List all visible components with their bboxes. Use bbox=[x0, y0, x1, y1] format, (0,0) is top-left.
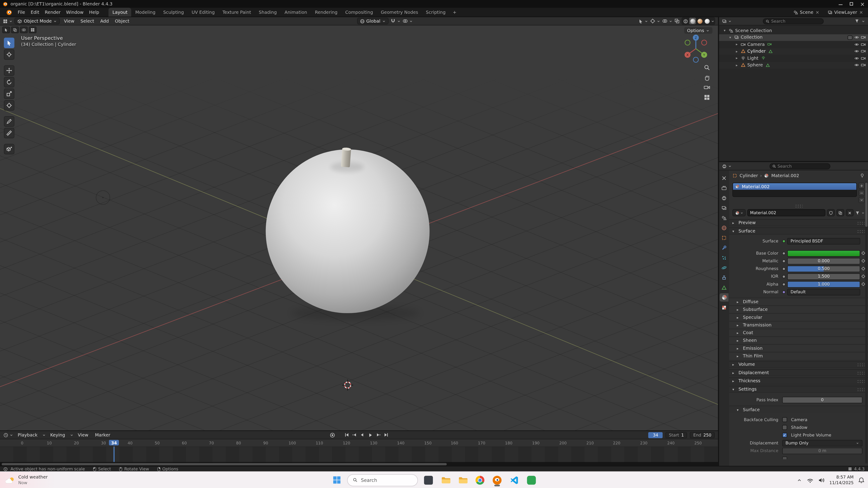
wifi-icon[interactable] bbox=[807, 477, 814, 483]
tool-select-box[interactable] bbox=[4, 38, 14, 48]
shading-rendered-button[interactable] bbox=[704, 18, 710, 24]
slot-specials-button[interactable] bbox=[859, 197, 865, 203]
menu-edit[interactable]: Edit bbox=[28, 8, 42, 17]
tool-option-button[interactable] bbox=[29, 27, 36, 33]
pin-icon[interactable] bbox=[860, 173, 865, 178]
panel-surface[interactable]: Surface bbox=[729, 228, 868, 235]
add-workspace-button[interactable]: + bbox=[450, 8, 460, 17]
hide-eye-icon[interactable] bbox=[854, 56, 859, 61]
axis-y-negative[interactable] bbox=[685, 40, 690, 45]
subpanel-emission[interactable]: Emission bbox=[729, 344, 868, 352]
jump-to-start-button[interactable] bbox=[343, 431, 350, 438]
shading-solid-button[interactable] bbox=[689, 18, 696, 24]
search-input[interactable] bbox=[778, 164, 827, 168]
tab-output[interactable] bbox=[720, 194, 728, 202]
menu-object[interactable]: Object bbox=[113, 19, 131, 24]
fake-user-button[interactable] bbox=[827, 209, 835, 217]
tab-modifiers[interactable] bbox=[720, 243, 728, 252]
light-probe-checkbox[interactable] bbox=[782, 433, 787, 437]
timeline-track-area[interactable]: 0 10 20 30 40 50 60 70 80 90 100 110 120… bbox=[0, 439, 718, 466]
panel-volume[interactable]: Volume bbox=[729, 361, 868, 368]
menu-render[interactable]: Render bbox=[42, 8, 63, 17]
prev-keyframe-button[interactable] bbox=[351, 431, 358, 438]
panel-drag-grip[interactable] bbox=[857, 363, 865, 366]
panel-displacement[interactable]: Displacement bbox=[729, 369, 868, 376]
tab-shading[interactable]: Shading bbox=[255, 8, 281, 17]
show-gizmo-toggle[interactable] bbox=[650, 18, 660, 24]
panel-settings[interactable]: Settings bbox=[729, 386, 868, 393]
keyframe-diamond-icon[interactable] bbox=[862, 267, 865, 270]
menu-select[interactable]: Select bbox=[78, 19, 96, 24]
taskbar-clock[interactable]: 8:57 AM 11/14/2025 bbox=[829, 475, 854, 485]
filter-icon[interactable] bbox=[855, 19, 859, 23]
outliner-row-light[interactable]: Light bbox=[719, 55, 868, 62]
expand-arrow[interactable] bbox=[735, 56, 739, 61]
panel-preview[interactable]: Preview bbox=[729, 219, 868, 226]
tab-world[interactable] bbox=[720, 223, 728, 232]
menu-playback[interactable]: Playback bbox=[16, 432, 40, 437]
menu-keying[interactable]: Keying bbox=[48, 432, 67, 437]
tab-render[interactable] bbox=[720, 184, 728, 192]
tab-physics[interactable] bbox=[720, 263, 728, 272]
snap-toggle[interactable] bbox=[391, 18, 401, 24]
expand-arrow[interactable] bbox=[735, 63, 739, 68]
expand-arrow[interactable] bbox=[735, 49, 739, 54]
expand-arrow[interactable] bbox=[722, 29, 727, 33]
chevron-down-icon[interactable] bbox=[862, 211, 865, 215]
disable-render-icon[interactable] bbox=[861, 56, 866, 61]
expand-arrow[interactable] bbox=[728, 35, 733, 40]
app-icon-vscode[interactable] bbox=[508, 473, 521, 487]
hide-eye-icon[interactable] bbox=[854, 42, 859, 47]
tab-sculpting[interactable]: Sculpting bbox=[159, 8, 188, 17]
tab-rendering[interactable]: Rendering bbox=[311, 8, 341, 17]
notifications-bell-icon[interactable] bbox=[858, 477, 865, 483]
volume-icon[interactable] bbox=[818, 477, 825, 483]
tab-object[interactable] bbox=[720, 233, 728, 242]
app-icon-file-explorer[interactable] bbox=[439, 473, 452, 487]
tab-scene[interactable] bbox=[720, 214, 728, 222]
hide-eye-icon[interactable] bbox=[854, 35, 859, 40]
tool-add-cube[interactable] bbox=[4, 144, 14, 155]
timeline-ruler[interactable]: 0 10 20 30 40 50 60 70 80 90 100 110 120… bbox=[0, 439, 718, 447]
clipped-checkbox[interactable] bbox=[782, 456, 787, 459]
base-color-swatch[interactable] bbox=[787, 250, 860, 256]
tab-view-layer[interactable] bbox=[720, 203, 728, 212]
outliner-search[interactable] bbox=[763, 18, 824, 24]
menu-add[interactable]: Add bbox=[98, 19, 111, 24]
outliner-row-cylinder[interactable]: Cylinder bbox=[719, 48, 868, 55]
tab-uv-editing[interactable]: UV Editing bbox=[188, 8, 219, 17]
app-icon-folder[interactable] bbox=[456, 473, 469, 487]
shading-wireframe-button[interactable] bbox=[682, 18, 688, 24]
panel-thickness[interactable]: Thickness bbox=[729, 377, 868, 385]
next-keyframe-button[interactable] bbox=[375, 431, 382, 438]
tab-geometry-nodes[interactable]: Geometry Nodes bbox=[377, 8, 422, 17]
panel-drag-grip[interactable] bbox=[857, 371, 865, 375]
start-button[interactable] bbox=[330, 473, 343, 487]
app-icon-blender[interactable] bbox=[491, 473, 504, 487]
app-icon-dark[interactable] bbox=[422, 473, 435, 487]
duplicate-material-button[interactable] bbox=[836, 209, 844, 217]
search-input[interactable] bbox=[361, 477, 412, 483]
outliner-row-collection[interactable]: Collection bbox=[719, 34, 868, 41]
max-distance-field[interactable]: 0 m bbox=[782, 447, 862, 454]
scrollbar-handle[interactable] bbox=[865, 183, 868, 227]
shadow-checkbox[interactable] bbox=[782, 425, 787, 430]
panel-drag-grip[interactable] bbox=[857, 379, 865, 383]
tool-transform[interactable] bbox=[4, 100, 14, 111]
subpanel-thin-film[interactable]: Thin Film bbox=[729, 352, 868, 360]
stem-object[interactable] bbox=[341, 147, 351, 167]
disable-render-icon[interactable] bbox=[861, 35, 866, 40]
breadcrumb-object[interactable]: Cylinder bbox=[740, 173, 758, 178]
app-icon-chrome[interactable] bbox=[473, 473, 487, 487]
end-frame-field[interactable]: End 250 bbox=[690, 432, 715, 438]
keyframe-diamond-icon[interactable] bbox=[862, 259, 865, 263]
keyframe-diamond-icon[interactable] bbox=[862, 274, 865, 278]
editor-type-button[interactable] bbox=[722, 19, 732, 24]
subpanel-surface-settings[interactable]: Surface bbox=[729, 405, 868, 413]
editor-type-button[interactable] bbox=[3, 432, 13, 437]
view-layer-selector[interactable]: ViewLayer bbox=[834, 10, 857, 15]
sphere-object[interactable] bbox=[266, 149, 430, 313]
tool-rotate[interactable] bbox=[4, 77, 14, 88]
viewport-3d[interactable]: User Perspective (34) Collection | Cylin… bbox=[0, 26, 718, 431]
breadcrumb-material[interactable]: Material.002 bbox=[771, 173, 799, 178]
